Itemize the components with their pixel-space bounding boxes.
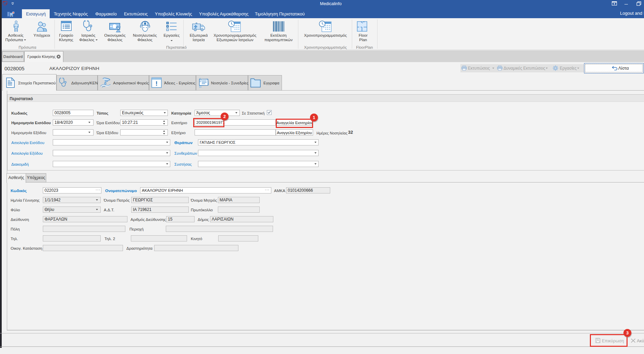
svg-text:!: ! xyxy=(156,80,158,87)
